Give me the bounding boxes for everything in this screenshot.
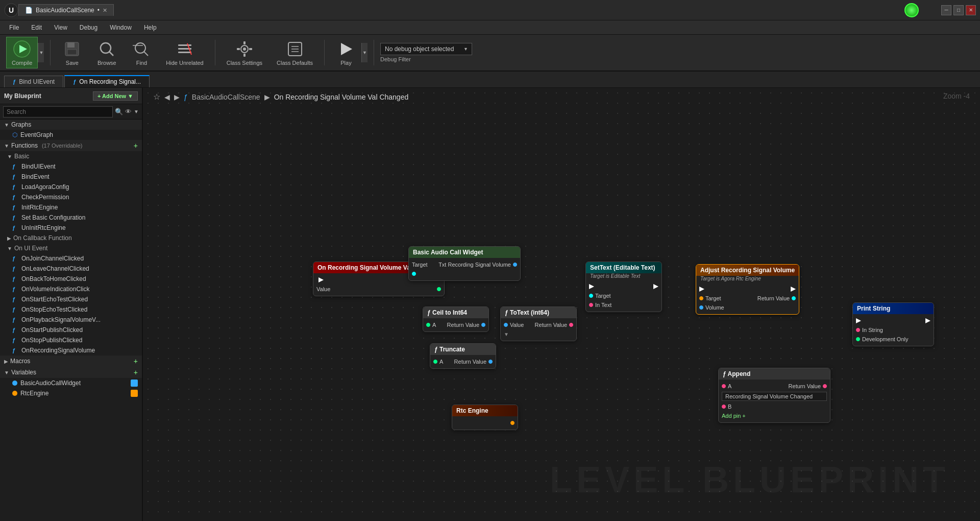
browse-btn[interactable]: Browse xyxy=(91,37,122,68)
bookmark-icon[interactable]: ☆ xyxy=(153,92,160,102)
func-join-channel[interactable]: ƒ OnJoinChannelClicked xyxy=(0,253,142,264)
func-set-basic-config[interactable]: ƒ Set Basic Configuration xyxy=(0,212,142,223)
blueprint-canvas[interactable]: ☆ ◀ ▶ ƒ BasicAudioCallScene ▶ On Recordi… xyxy=(143,88,980,521)
macros-add-btn[interactable]: + xyxy=(134,357,138,365)
node-print-string[interactable]: Print String In String Development O xyxy=(852,302,934,346)
func-recording-signal[interactable]: ƒ OnRecordingSignalVolume xyxy=(0,345,142,356)
compile-dropdown[interactable]: ▼ xyxy=(38,43,44,62)
pin-adjust-rv[interactable] xyxy=(792,296,796,300)
compile-btn[interactable]: Compile xyxy=(6,37,38,68)
pin-print-instring[interactable] xyxy=(856,328,860,332)
back-btn[interactable]: ◀ xyxy=(164,93,170,101)
func-back-home[interactable]: ƒ OnBackToHomeClicked xyxy=(0,274,142,284)
node-append[interactable]: ƒ Append A Return Value Recording Signal… xyxy=(718,368,830,423)
play-dropdown[interactable]: ▼ xyxy=(361,43,368,62)
pin-rtc-out[interactable] xyxy=(510,421,514,425)
pin-adjust-exec-in[interactable] xyxy=(699,287,704,292)
close-btn[interactable]: ✕ xyxy=(966,5,976,15)
func-load-agora-config[interactable]: ƒ LoadAgoraConfig xyxy=(0,182,142,192)
node-ceil-int64[interactable]: ƒ Ceil to Int64 A Return Value xyxy=(423,306,489,332)
pin-adjust-exec-out[interactable] xyxy=(791,287,796,292)
var-basic-audio-widget[interactable]: BasicAudioCallWidget xyxy=(0,378,142,388)
debug-object-select[interactable]: No debug object selected xyxy=(380,43,472,55)
basic-subsection[interactable]: ▼ Basic xyxy=(0,151,142,161)
node-to-text[interactable]: ƒ ToText (int64) Value Return Value ▼ xyxy=(500,306,577,341)
event-graph-item[interactable]: ⬡ EventGraph xyxy=(0,130,142,140)
func-uninit-rtc-engine[interactable]: ƒ UnInitRtcEngine xyxy=(0,223,142,233)
pin-append-b[interactable] xyxy=(722,405,726,409)
func-start-publish[interactable]: ƒ OnStartPublishClicked xyxy=(0,325,142,335)
node-truncate[interactable]: ƒ Truncate A Return Value xyxy=(430,343,496,369)
menu-file[interactable]: File xyxy=(4,23,24,32)
menu-window[interactable]: Window xyxy=(105,23,137,32)
view-options-icon[interactable]: 👁 xyxy=(125,108,132,115)
func-volume-indication[interactable]: ƒ OnVolumeIndicationClick xyxy=(0,284,142,294)
pin-settext-target[interactable] xyxy=(589,294,593,298)
save-btn[interactable]: Save xyxy=(57,37,87,68)
var-rtc-engine[interactable]: RtcEngine xyxy=(0,388,142,398)
pin-row-append-addpin[interactable]: Add pin + xyxy=(719,411,830,420)
func-playback-signal[interactable]: ƒ OnPlaybackSignalVolumeV... xyxy=(0,315,142,325)
pin-print-devonly[interactable] xyxy=(856,337,860,341)
pin-ceil-a[interactable] xyxy=(426,323,430,327)
tab-on-recording-signal[interactable]: ƒ On Recording Signal... xyxy=(64,75,150,87)
node-basic-audio-widget[interactable]: Basic Audio Call Widget Target Txt Recor… xyxy=(408,246,521,281)
pin-settext-exec-out[interactable] xyxy=(653,284,658,289)
pin-truncate-a[interactable] xyxy=(433,360,437,364)
pin-adjust-volume[interactable] xyxy=(699,305,703,310)
functions-section[interactable]: ▼ Functions (17 Overridable) + xyxy=(0,140,142,151)
menu-help[interactable]: Help xyxy=(139,23,162,32)
maximize-btn[interactable]: □ xyxy=(953,5,964,15)
func-stop-publish[interactable]: ƒ OnStopPublishClicked xyxy=(0,335,142,345)
on-callback-subsection[interactable]: ▶ On Callback Function xyxy=(0,233,142,243)
func-init-rtc-engine[interactable]: ƒ InitRtcEngine xyxy=(0,202,142,212)
menu-edit[interactable]: Edit xyxy=(26,23,47,32)
pin-widget-target[interactable] xyxy=(412,272,416,276)
pin-adjust-target[interactable] xyxy=(699,296,703,300)
forward-btn[interactable]: ▶ xyxy=(174,93,180,101)
func-start-echo-test[interactable]: ƒ OnStartEchoTestClicked xyxy=(0,294,142,304)
pin-txt-signal[interactable] xyxy=(513,263,517,267)
pin-totext-value[interactable] xyxy=(504,323,508,327)
func-leave-channel[interactable]: ƒ OnLeaveChannelClicked xyxy=(0,264,142,274)
minimize-btn[interactable]: ─ xyxy=(941,5,951,15)
variables-section[interactable]: ▼ Variables + xyxy=(0,367,142,378)
play-btn[interactable]: Play xyxy=(331,37,361,68)
search-input[interactable] xyxy=(3,106,113,117)
on-ui-event-subsection[interactable]: ▼ On UI Event xyxy=(0,243,142,253)
pin-exec-out[interactable] xyxy=(318,277,324,282)
variables-add-btn[interactable]: + xyxy=(134,368,138,376)
graphs-section[interactable]: ▼ Graphs xyxy=(0,120,142,130)
func-bind-event[interactable]: ƒ BindEvent xyxy=(0,172,142,182)
pin-totext-rv[interactable] xyxy=(569,323,573,327)
functions-add-btn[interactable]: + xyxy=(134,141,138,150)
pin-settext-intext[interactable] xyxy=(589,303,593,307)
append-addpin-label[interactable]: Add pin + xyxy=(722,413,746,419)
menu-view[interactable]: View xyxy=(49,23,72,32)
pin-append-a[interactable] xyxy=(722,384,726,388)
pin-truncate-rv[interactable] xyxy=(488,360,493,364)
macros-section[interactable]: ▶ Macros + xyxy=(0,356,142,367)
pin-value-out[interactable] xyxy=(437,287,441,291)
class-defaults-btn[interactable]: Class Defaults xyxy=(272,37,318,68)
node-adjust-recording[interactable]: Adjust Recording Signal Volume Target is… xyxy=(696,264,799,315)
class-settings-btn[interactable]: Class Settings xyxy=(222,37,267,68)
func-check-permission[interactable]: ƒ CheckPermission xyxy=(0,192,142,202)
pin-print-exec-in[interactable] xyxy=(856,318,861,323)
func-bind-ui-event[interactable]: ƒ BindUIEvent xyxy=(0,161,142,172)
tab-close-btn[interactable]: ✕ xyxy=(103,7,107,14)
pin-append-rv[interactable] xyxy=(823,384,827,388)
menu-debug[interactable]: Debug xyxy=(75,23,103,32)
func-stop-echo-test[interactable]: ƒ OnStopEchoTestClicked xyxy=(0,304,142,315)
add-new-btn[interactable]: + Add New ▼ xyxy=(93,91,138,101)
node-rtc-engine[interactable]: Rtc Engine xyxy=(452,405,518,430)
pin-ceil-rv[interactable] xyxy=(481,323,485,327)
hide-unrelated-btn[interactable]: Hide Unrelated xyxy=(161,37,208,68)
file-tab[interactable]: 📄 BasicAudioCallScene • ✕ xyxy=(18,4,114,16)
tab-bind-ui-event[interactable]: ƒ Bind UIEvent xyxy=(4,76,63,87)
pin-settext-exec-in[interactable] xyxy=(589,284,594,289)
find-btn[interactable]: Find xyxy=(126,37,157,68)
filter-arrow[interactable]: ▼ xyxy=(134,109,139,114)
pin-print-exec-out[interactable] xyxy=(925,318,930,323)
node-settext[interactable]: SetText (Editable Text) Target is Editab… xyxy=(585,262,662,312)
